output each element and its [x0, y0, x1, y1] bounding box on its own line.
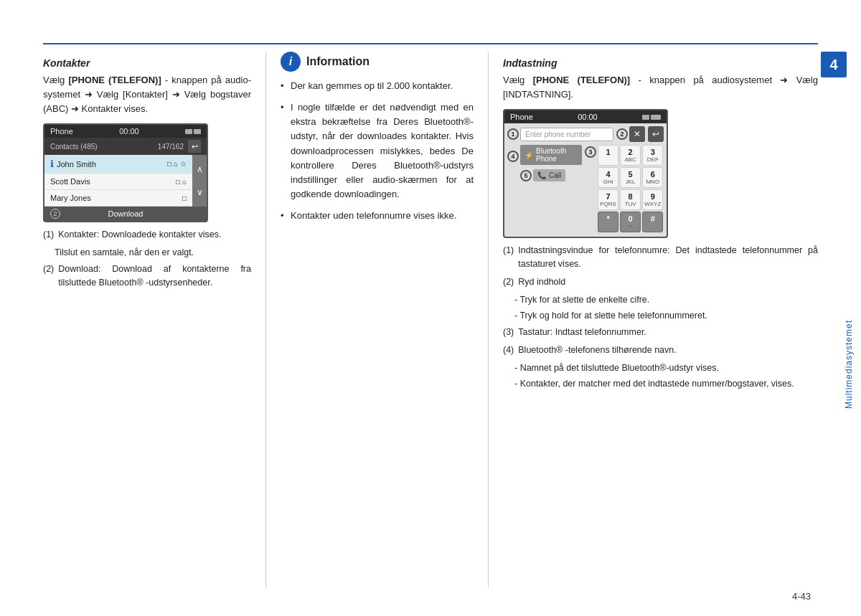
info-icon: i	[281, 52, 301, 72]
right-annot-num-1: (1)	[503, 244, 514, 271]
call-label: Call	[549, 171, 561, 179]
battery-icon	[194, 129, 201, 134]
annot-item-2: (2) Download: Download af kontakterne fr…	[43, 262, 251, 290]
signal-icon	[185, 129, 192, 134]
phone2-input[interactable]: Enter phone number	[520, 128, 613, 141]
phone2-body: 1 Enter phone number 2 ✕ ↩	[504, 123, 667, 237]
annot-circle-phone2-2: 2	[616, 128, 628, 140]
bullet-3: Kontakter uden telefonnumre vises ikke.	[281, 209, 474, 223]
annot-item-1: (1) Kontakter: Downloadede kontakter vis…	[43, 228, 251, 242]
annot-circle-phone2-3: 3	[585, 146, 596, 158]
annot-text-1: Kontakter: Downloadede kontakter vises.	[58, 228, 251, 242]
right-annot-text-1: Indtastningsvindue for telefonnumre: Det…	[518, 244, 818, 271]
contact-name-text-3: Mary Jones	[50, 194, 91, 202]
page-number: 4-43	[792, 591, 811, 602]
annot-text-2: Download: Download af kontakterne fra ti…	[58, 262, 251, 290]
phone2-left-panel: 4 ⚡ Bluetooth Phone 5	[507, 145, 582, 234]
side-label-container: Multimediasystemet	[832, 52, 861, 587]
bluetooth-icon-sym: ⚡	[524, 151, 533, 159]
scroll-down-btn[interactable]: ∨	[197, 188, 203, 196]
annot-num-2: (2)	[43, 262, 54, 290]
phone-body-inner: ℹ John Smith □ ⌂ ☆ Scott Davis □	[44, 155, 207, 207]
key-2[interactable]: 2ABC	[620, 145, 641, 166]
right-annot-4-sub1: - Namnet på det tilsluttede Bluetooth®-u…	[514, 361, 818, 375]
contacts-back-btn[interactable]: ↩	[188, 140, 201, 153]
key-8[interactable]: 8TUV	[620, 189, 641, 210]
right-annot-1: (1) Indtastningsvindue for telefonnumre:…	[503, 244, 818, 271]
phone2-x-btn[interactable]: ✕	[629, 126, 645, 142]
bluetooth-label-row: ⚡ Bluetooth Phone	[520, 145, 582, 165]
contact-row-1[interactable]: ℹ John Smith □ ⌂ ☆	[44, 155, 192, 174]
main-content: Kontakter Vælg [PHONE (TELEFON)] - knapp…	[43, 52, 818, 587]
scroll-up-btn[interactable]: ∧	[197, 165, 203, 174]
key-5[interactable]: 5JKL	[620, 167, 641, 188]
contact-row-3[interactable]: Mary Jones □	[44, 190, 192, 207]
key-hash[interactable]: #	[642, 212, 663, 232]
home-icon-1: ⌂	[174, 160, 178, 168]
right-annot-2-sub1: - Tryk for at slette de enkelte cifre.	[514, 293, 818, 307]
contact-actions-2: □ ⌂	[176, 178, 187, 186]
bluetooth-label: Bluetooth Phone	[536, 147, 578, 163]
phone2-header: Phone 00:00	[504, 110, 667, 123]
key-star[interactable]: *	[598, 212, 618, 232]
arrow2: ➜	[172, 89, 180, 100]
key-4[interactable]: 4GHI	[598, 167, 618, 188]
annot-sub-1: Tilslut en samtale, når den er valgt.	[55, 246, 251, 260]
phone2-title: Phone	[510, 113, 533, 121]
phone-header-icons-left	[185, 129, 201, 134]
annot-circle-phone2-5: 5	[520, 170, 532, 181]
star-icon-1: ☆	[180, 160, 187, 168]
phone-screen-right: Phone 00:00 1 Enter phone number	[503, 109, 668, 238]
right-annot-text-2: Ryd indhold	[518, 275, 818, 289]
bullet-1: Der kan gemmes op til 2.000 kontakter.	[281, 79, 474, 93]
right-para1: Vælg [PHONE (TELEFON)] - knappen på audi…	[503, 73, 818, 102]
phone-menu-ref: [PHONE (TELEFON)]	[68, 75, 161, 85]
annot-circle-phone2-4: 4	[507, 151, 519, 162]
left-heading: Kontakter	[43, 57, 251, 69]
home-icon-2: ⌂	[182, 178, 187, 186]
annot-num-1: (1)	[43, 228, 54, 242]
phone2-x-wrapper: 2 ✕	[616, 126, 645, 142]
phone2-main: 4 ⚡ Bluetooth Phone 5	[507, 145, 664, 234]
right-annot-4: (4) Bluetooth® -telefonens tilhørende na…	[503, 343, 818, 357]
bullet-list: Der kan gemmes op til 2.000 kontakter. I…	[281, 79, 474, 223]
phone2-bluetooth-row: 4 ⚡ Bluetooth Phone	[507, 145, 582, 167]
battery-icon-2	[651, 115, 661, 120]
top-line	[43, 43, 818, 44]
phone2-call-row-wrapper: 5 📞 Call	[520, 169, 582, 181]
key-6[interactable]: 6MNO	[642, 167, 663, 188]
key-0[interactable]: 0+	[620, 212, 641, 232]
arrow1: ➜	[85, 89, 93, 100]
phone-download-bar[interactable]: 2 Download	[44, 207, 207, 221]
phone-contact-list: ℹ John Smith □ ⌂ ☆ Scott Davis □	[44, 155, 192, 207]
key-9[interactable]: 9WXYZ	[642, 189, 663, 210]
side-label: Multimediasystemet	[844, 320, 854, 409]
phone2-call-wrapper: 5 📞 Call	[507, 169, 582, 181]
contact-name-text-2: Scott Davis	[50, 177, 90, 186]
download-label: Download	[108, 209, 144, 218]
arrow4: ➜	[780, 75, 788, 85]
right-annot-text-4: Bluetooth® -telefonens tilhørende navn.	[518, 343, 818, 357]
key-1[interactable]: 1	[598, 145, 618, 166]
call-label-row[interactable]: 📞 Call	[533, 169, 565, 181]
left-column: Kontakter Vælg [PHONE (TELEFON)] - knapp…	[43, 52, 265, 587]
phone2-input-wrapper: 1 Enter phone number	[507, 128, 613, 141]
signal-icon-2	[642, 115, 649, 120]
key-7[interactable]: 7PQRS	[598, 189, 618, 210]
phone-screen-left: Phone 00:00 Contacts (485) 147/162 ↩	[43, 123, 208, 222]
middle-column: i Information Der kan gemmes op til 2.00…	[265, 52, 488, 587]
phone2-input-row[interactable]: 1 Enter phone number 2 ✕ ↩	[507, 126, 664, 142]
contact-actions-3: □	[182, 194, 187, 202]
right-annot-num-4: (4)	[503, 343, 514, 357]
annot4-wrapper: 4 ⚡ Bluetooth Phone	[507, 145, 582, 167]
phone-menu-ref-right: [PHONE (TELEFON)]	[533, 75, 631, 85]
contact-row-2[interactable]: Scott Davis □ ⌂	[44, 174, 192, 190]
info-header-row: i Information	[281, 52, 474, 72]
arrow3: ➜	[71, 103, 79, 114]
phone-icon-3: □	[182, 194, 187, 202]
info-heading: Information	[306, 55, 370, 68]
phone2-keypad-panel: 3 1 2ABC 3DEF 4GHI 5JKL 6MNO 7PQRS 8TUV …	[585, 145, 664, 234]
key-3[interactable]: 3DEF	[642, 145, 663, 166]
annot5-spacer	[507, 170, 519, 181]
phone2-back-btn[interactable]: ↩	[648, 126, 664, 142]
